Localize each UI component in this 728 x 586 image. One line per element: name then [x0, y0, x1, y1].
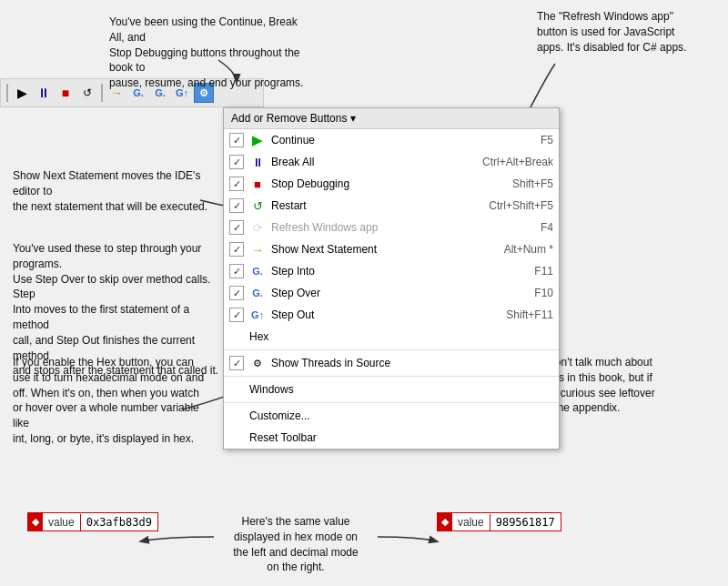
annotation-hex: If you enable the Hex button, you can us… — [13, 355, 208, 447]
check-break-all — [229, 155, 244, 169]
customize-label: Customize... — [249, 409, 553, 422]
menu-divider-2 — [224, 376, 559, 377]
step-over-label: Step Over — [271, 287, 529, 299]
show-next-shortcut: Alt+Num * — [504, 243, 553, 256]
break-all-shortcut: Ctrl+Alt+Break — [482, 156, 553, 168]
check-refresh — [229, 220, 244, 235]
break-all-icon: ⏸ — [249, 154, 266, 170]
menu-item-show-next[interactable]: → Show Next Statement Alt+Num * — [224, 238, 559, 260]
break-all-label: Break All — [271, 156, 477, 168]
menu-divider-1 — [224, 349, 559, 350]
check-stop — [229, 177, 244, 191]
value-box-hex-value: 0x3afb83d9 — [81, 514, 157, 530]
toolbar-btn-restart[interactable]: ↺ — [77, 83, 97, 103]
toolbar-btn-break-all[interactable]: ⏸ — [34, 83, 54, 103]
annotation-show-next: Show Next Statement moves the IDE's edit… — [13, 168, 213, 214]
annotation-bottom: Here's the same value displayed in hex m… — [214, 514, 378, 575]
check-step-over — [229, 286, 244, 300]
step-over-icon: G. — [249, 285, 266, 301]
step-out-icon: G↑ — [249, 307, 266, 323]
step-out-label: Step Out — [271, 308, 500, 321]
add-remove-label: Add or Remove Buttons ▾ — [231, 112, 356, 125]
add-remove-dropdown: Add or Remove Buttons ▾ ▶ Continue F5 ⏸ … — [223, 107, 560, 450]
restart-label: Restart — [271, 199, 483, 212]
show-next-label: Show Next Statement — [271, 243, 499, 256]
dropdown-header[interactable]: Add or Remove Buttons ▾ — [224, 108, 559, 129]
value-box-decimal-icon: ◆ — [438, 513, 452, 530]
step-out-shortcut: Shift+F11 — [506, 308, 553, 321]
menu-item-step-out[interactable]: G↑ Step Out Shift+F11 — [224, 304, 559, 326]
reset-toolbar-label: Reset Toolbar — [249, 431, 553, 444]
toolbar-separator-1 — [6, 84, 8, 102]
menu-divider-3 — [224, 402, 559, 403]
windows-label: Windows — [249, 383, 553, 396]
menu-item-step-over[interactable]: G. Step Over F10 — [224, 282, 559, 304]
continue-icon: ▶ — [249, 132, 266, 148]
toolbar-btn-continue[interactable]: ▶ — [12, 83, 32, 103]
menu-item-continue[interactable]: ▶ Continue F5 — [224, 129, 559, 151]
restart-icon: ↺ — [249, 197, 266, 214]
value-box-decimal-label: value — [452, 514, 490, 530]
value-box-decimal-value: 989561817 — [490, 514, 561, 530]
threads-icon: ⚙ — [249, 355, 266, 371]
check-show-next — [229, 242, 244, 257]
hex-label: Hex — [249, 330, 553, 343]
check-threads — [229, 356, 244, 370]
menu-item-step-into[interactable]: G. Step Into F11 — [224, 260, 559, 282]
continue-label: Continue — [271, 134, 535, 146]
menu-item-customize[interactable]: Customize... — [224, 405, 559, 427]
toolbar-separator-2 — [101, 84, 103, 102]
step-over-shortcut: F10 — [534, 287, 553, 299]
step-into-label: Step Into — [271, 265, 529, 278]
continue-shortcut: F5 — [541, 134, 553, 146]
show-next-icon: → — [249, 241, 266, 258]
value-box-hex: ◆ value 0x3afb83d9 — [27, 512, 158, 531]
menu-item-restart[interactable]: ↺ Restart Ctrl+Shift+F5 — [224, 195, 559, 217]
menu-item-windows[interactable]: Windows — [224, 379, 559, 400]
check-step-out — [229, 308, 244, 322]
refresh-icon: ⟳ — [249, 219, 266, 236]
check-restart — [229, 198, 244, 213]
menu-item-hex[interactable]: Hex — [224, 326, 559, 348]
value-box-hex-label: value — [43, 514, 81, 530]
step-into-shortcut: F11 — [534, 265, 553, 278]
toolbar-btn-stop[interactable]: ■ — [56, 83, 76, 103]
menu-item-stop-debugging[interactable]: ■ Stop Debugging Shift+F5 — [224, 173, 559, 195]
menu-item-reset-toolbar[interactable]: Reset Toolbar — [224, 427, 559, 449]
menu-item-refresh-windows[interactable]: ⟳ Refresh Windows app F4 — [224, 217, 559, 238]
refresh-label: Refresh Windows app — [271, 221, 535, 234]
refresh-shortcut: F4 — [541, 221, 553, 234]
value-box-decimal: ◆ value 989561817 — [437, 512, 561, 531]
stop-label: Stop Debugging — [271, 177, 507, 190]
check-continue — [229, 133, 244, 147]
menu-item-show-threads[interactable]: ⚙ Show Threads in Source — [224, 352, 559, 374]
step-into-icon: G. — [249, 263, 266, 279]
restart-shortcut: Ctrl+Shift+F5 — [489, 199, 553, 212]
check-step-into — [229, 264, 244, 278]
menu-item-break-all[interactable]: ⏸ Break All Ctrl+Alt+Break — [224, 151, 559, 173]
annotation-top-left: You've been using the Continue, Break Al… — [109, 15, 309, 91]
value-box-hex-icon: ◆ — [28, 513, 43, 530]
stop-icon: ■ — [249, 176, 266, 192]
annotation-top-right: The "Refresh Windows app" button is used… — [537, 9, 719, 55]
stop-shortcut: Shift+F5 — [512, 177, 553, 190]
threads-label: Show Threads in Source — [271, 357, 548, 369]
